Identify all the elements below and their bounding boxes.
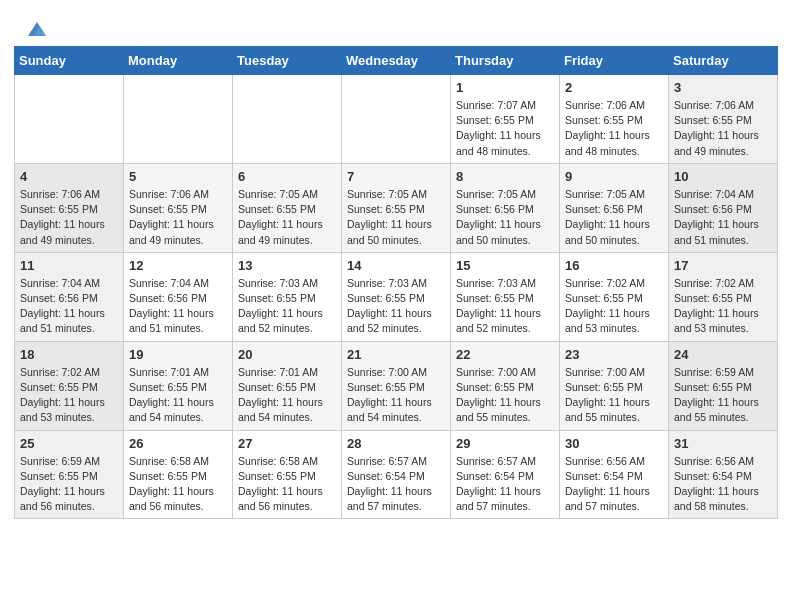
day-cell bbox=[124, 75, 233, 164]
day-info: Sunrise: 7:00 AMSunset: 6:55 PMDaylight:… bbox=[456, 365, 554, 426]
header-wednesday: Wednesday bbox=[342, 47, 451, 75]
header-monday: Monday bbox=[124, 47, 233, 75]
day-number: 12 bbox=[129, 258, 227, 273]
day-info: Sunrise: 6:59 AMSunset: 6:55 PMDaylight:… bbox=[20, 454, 118, 515]
header-tuesday: Tuesday bbox=[233, 47, 342, 75]
day-info: Sunrise: 6:59 AMSunset: 6:55 PMDaylight:… bbox=[674, 365, 772, 426]
day-number: 20 bbox=[238, 347, 336, 362]
day-cell: 18Sunrise: 7:02 AMSunset: 6:55 PMDayligh… bbox=[15, 341, 124, 430]
day-info: Sunrise: 7:02 AMSunset: 6:55 PMDaylight:… bbox=[674, 276, 772, 337]
day-cell: 26Sunrise: 6:58 AMSunset: 6:55 PMDayligh… bbox=[124, 430, 233, 519]
day-number: 21 bbox=[347, 347, 445, 362]
day-info: Sunrise: 7:06 AMSunset: 6:55 PMDaylight:… bbox=[129, 187, 227, 248]
day-cell: 28Sunrise: 6:57 AMSunset: 6:54 PMDayligh… bbox=[342, 430, 451, 519]
day-info: Sunrise: 7:03 AMSunset: 6:55 PMDaylight:… bbox=[456, 276, 554, 337]
day-cell: 16Sunrise: 7:02 AMSunset: 6:55 PMDayligh… bbox=[560, 252, 669, 341]
day-number: 5 bbox=[129, 169, 227, 184]
header-sunday: Sunday bbox=[15, 47, 124, 75]
day-number: 14 bbox=[347, 258, 445, 273]
week-row-4: 18Sunrise: 7:02 AMSunset: 6:55 PMDayligh… bbox=[15, 341, 778, 430]
day-number: 22 bbox=[456, 347, 554, 362]
day-number: 2 bbox=[565, 80, 663, 95]
day-cell: 1Sunrise: 7:07 AMSunset: 6:55 PMDaylight… bbox=[451, 75, 560, 164]
day-cell: 5Sunrise: 7:06 AMSunset: 6:55 PMDaylight… bbox=[124, 163, 233, 252]
day-info: Sunrise: 7:02 AMSunset: 6:55 PMDaylight:… bbox=[20, 365, 118, 426]
day-number: 1 bbox=[456, 80, 554, 95]
day-number: 11 bbox=[20, 258, 118, 273]
day-cell: 12Sunrise: 7:04 AMSunset: 6:56 PMDayligh… bbox=[124, 252, 233, 341]
day-info: Sunrise: 7:06 AMSunset: 6:55 PMDaylight:… bbox=[674, 98, 772, 159]
day-number: 6 bbox=[238, 169, 336, 184]
day-info: Sunrise: 7:01 AMSunset: 6:55 PMDaylight:… bbox=[238, 365, 336, 426]
day-info: Sunrise: 7:07 AMSunset: 6:55 PMDaylight:… bbox=[456, 98, 554, 159]
day-cell: 20Sunrise: 7:01 AMSunset: 6:55 PMDayligh… bbox=[233, 341, 342, 430]
day-cell: 31Sunrise: 6:56 AMSunset: 6:54 PMDayligh… bbox=[669, 430, 778, 519]
day-cell: 29Sunrise: 6:57 AMSunset: 6:54 PMDayligh… bbox=[451, 430, 560, 519]
day-number: 3 bbox=[674, 80, 772, 95]
day-number: 13 bbox=[238, 258, 336, 273]
day-info: Sunrise: 6:57 AMSunset: 6:54 PMDaylight:… bbox=[456, 454, 554, 515]
day-cell: 8Sunrise: 7:05 AMSunset: 6:56 PMDaylight… bbox=[451, 163, 560, 252]
day-info: Sunrise: 7:03 AMSunset: 6:55 PMDaylight:… bbox=[238, 276, 336, 337]
day-number: 15 bbox=[456, 258, 554, 273]
day-info: Sunrise: 6:58 AMSunset: 6:55 PMDaylight:… bbox=[129, 454, 227, 515]
day-number: 10 bbox=[674, 169, 772, 184]
day-number: 30 bbox=[565, 436, 663, 451]
week-row-1: 1Sunrise: 7:07 AMSunset: 6:55 PMDaylight… bbox=[15, 75, 778, 164]
day-info: Sunrise: 7:04 AMSunset: 6:56 PMDaylight:… bbox=[129, 276, 227, 337]
logo bbox=[24, 18, 48, 36]
day-number: 31 bbox=[674, 436, 772, 451]
day-number: 17 bbox=[674, 258, 772, 273]
day-number: 27 bbox=[238, 436, 336, 451]
day-cell: 10Sunrise: 7:04 AMSunset: 6:56 PMDayligh… bbox=[669, 163, 778, 252]
day-cell: 30Sunrise: 6:56 AMSunset: 6:54 PMDayligh… bbox=[560, 430, 669, 519]
day-cell: 27Sunrise: 6:58 AMSunset: 6:55 PMDayligh… bbox=[233, 430, 342, 519]
day-cell: 11Sunrise: 7:04 AMSunset: 6:56 PMDayligh… bbox=[15, 252, 124, 341]
day-cell: 14Sunrise: 7:03 AMSunset: 6:55 PMDayligh… bbox=[342, 252, 451, 341]
day-info: Sunrise: 7:04 AMSunset: 6:56 PMDaylight:… bbox=[20, 276, 118, 337]
day-info: Sunrise: 7:06 AMSunset: 6:55 PMDaylight:… bbox=[20, 187, 118, 248]
day-cell: 25Sunrise: 6:59 AMSunset: 6:55 PMDayligh… bbox=[15, 430, 124, 519]
day-cell: 17Sunrise: 7:02 AMSunset: 6:55 PMDayligh… bbox=[669, 252, 778, 341]
weekday-header-row: Sunday Monday Tuesday Wednesday Thursday… bbox=[15, 47, 778, 75]
day-cell: 24Sunrise: 6:59 AMSunset: 6:55 PMDayligh… bbox=[669, 341, 778, 430]
day-info: Sunrise: 7:05 AMSunset: 6:56 PMDaylight:… bbox=[456, 187, 554, 248]
day-cell: 13Sunrise: 7:03 AMSunset: 6:55 PMDayligh… bbox=[233, 252, 342, 341]
day-info: Sunrise: 6:56 AMSunset: 6:54 PMDaylight:… bbox=[565, 454, 663, 515]
day-info: Sunrise: 7:02 AMSunset: 6:55 PMDaylight:… bbox=[565, 276, 663, 337]
day-cell bbox=[15, 75, 124, 164]
day-info: Sunrise: 7:00 AMSunset: 6:55 PMDaylight:… bbox=[347, 365, 445, 426]
day-info: Sunrise: 7:05 AMSunset: 6:55 PMDaylight:… bbox=[347, 187, 445, 248]
calendar-table: Sunday Monday Tuesday Wednesday Thursday… bbox=[14, 46, 778, 519]
day-info: Sunrise: 7:00 AMSunset: 6:55 PMDaylight:… bbox=[565, 365, 663, 426]
day-number: 29 bbox=[456, 436, 554, 451]
day-cell: 19Sunrise: 7:01 AMSunset: 6:55 PMDayligh… bbox=[124, 341, 233, 430]
day-info: Sunrise: 6:58 AMSunset: 6:55 PMDaylight:… bbox=[238, 454, 336, 515]
day-info: Sunrise: 7:04 AMSunset: 6:56 PMDaylight:… bbox=[674, 187, 772, 248]
day-number: 25 bbox=[20, 436, 118, 451]
week-row-3: 11Sunrise: 7:04 AMSunset: 6:56 PMDayligh… bbox=[15, 252, 778, 341]
day-number: 8 bbox=[456, 169, 554, 184]
day-info: Sunrise: 7:05 AMSunset: 6:56 PMDaylight:… bbox=[565, 187, 663, 248]
day-number: 16 bbox=[565, 258, 663, 273]
page-header bbox=[0, 0, 792, 46]
day-cell: 22Sunrise: 7:00 AMSunset: 6:55 PMDayligh… bbox=[451, 341, 560, 430]
header-thursday: Thursday bbox=[451, 47, 560, 75]
day-number: 7 bbox=[347, 169, 445, 184]
logo-icon bbox=[26, 18, 48, 40]
header-saturday: Saturday bbox=[669, 47, 778, 75]
calendar-wrapper: Sunday Monday Tuesday Wednesday Thursday… bbox=[0, 46, 792, 533]
day-cell: 4Sunrise: 7:06 AMSunset: 6:55 PMDaylight… bbox=[15, 163, 124, 252]
day-info: Sunrise: 6:56 AMSunset: 6:54 PMDaylight:… bbox=[674, 454, 772, 515]
day-number: 28 bbox=[347, 436, 445, 451]
week-row-2: 4Sunrise: 7:06 AMSunset: 6:55 PMDaylight… bbox=[15, 163, 778, 252]
day-info: Sunrise: 7:05 AMSunset: 6:55 PMDaylight:… bbox=[238, 187, 336, 248]
week-row-5: 25Sunrise: 6:59 AMSunset: 6:55 PMDayligh… bbox=[15, 430, 778, 519]
day-number: 18 bbox=[20, 347, 118, 362]
day-cell: 9Sunrise: 7:05 AMSunset: 6:56 PMDaylight… bbox=[560, 163, 669, 252]
day-number: 23 bbox=[565, 347, 663, 362]
day-info: Sunrise: 7:03 AMSunset: 6:55 PMDaylight:… bbox=[347, 276, 445, 337]
day-cell: 6Sunrise: 7:05 AMSunset: 6:55 PMDaylight… bbox=[233, 163, 342, 252]
day-cell bbox=[233, 75, 342, 164]
day-number: 4 bbox=[20, 169, 118, 184]
